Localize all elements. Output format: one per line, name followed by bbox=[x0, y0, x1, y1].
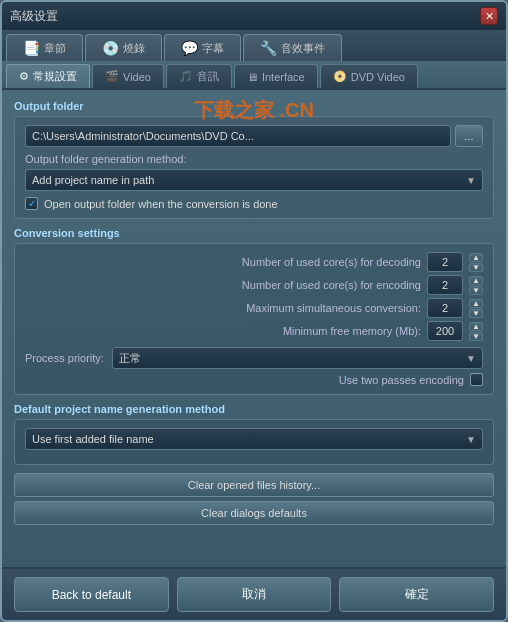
ok-button[interactable]: 確定 bbox=[339, 577, 494, 612]
video-icon: 🎬 bbox=[105, 70, 119, 83]
default-project-title: Default project name generation method bbox=[14, 403, 494, 415]
chapters-icon: 📑 bbox=[23, 40, 40, 56]
action-buttons: Clear opened files history... Clear dial… bbox=[14, 473, 494, 529]
subtab-video-label: Video bbox=[123, 71, 151, 83]
tab-chapters[interactable]: 📑 章節 bbox=[6, 34, 83, 61]
max-simultaneous-label: Maximum simultaneous conversion: bbox=[25, 302, 421, 314]
decode-cores-value[interactable]: 2 bbox=[427, 252, 463, 272]
clear-dialogs-button[interactable]: Clear dialogs defaults bbox=[14, 501, 494, 525]
conversion-box: Number of used core(s) for decoding 2 ▲ … bbox=[14, 243, 494, 395]
footer: Back to default 取消 確定 bbox=[2, 567, 506, 620]
decode-cores-up[interactable]: ▲ bbox=[469, 253, 483, 262]
tab-audio-effects[interactable]: 🔧 音效事件 bbox=[243, 34, 342, 61]
conversion-settings-section: Conversion settings Number of used core(… bbox=[14, 227, 494, 395]
path-input[interactable] bbox=[25, 125, 451, 147]
close-button[interactable]: ✕ bbox=[480, 7, 498, 25]
decode-cores-label: Number of used core(s) for decoding bbox=[25, 256, 421, 268]
conversion-title: Conversion settings bbox=[14, 227, 494, 239]
subtab-dvd-label: DVD Video bbox=[351, 71, 405, 83]
main-tab-bar: 📑 章節 💿 燒錄 💬 字幕 🔧 音效事件 bbox=[2, 30, 506, 61]
priority-value: 正常 bbox=[119, 351, 141, 366]
tab-burn-label: 燒錄 bbox=[123, 41, 145, 56]
min-memory-down[interactable]: ▼ bbox=[469, 332, 483, 341]
two-pass-checkbox[interactable] bbox=[470, 373, 483, 386]
priority-dropdown[interactable]: 正常 ▼ bbox=[112, 347, 483, 369]
subtab-general-label: 常規設置 bbox=[33, 69, 77, 84]
subtitles-icon: 💬 bbox=[181, 40, 198, 56]
max-simultaneous-down[interactable]: ▼ bbox=[469, 309, 483, 318]
max-simultaneous-up[interactable]: ▲ bbox=[469, 299, 483, 308]
generation-label: Output folder generation method: bbox=[25, 153, 483, 165]
clear-history-button[interactable]: Clear opened files history... bbox=[14, 473, 494, 497]
cancel-button[interactable]: 取消 bbox=[177, 577, 332, 612]
default-project-box: Use first added file name ▼ bbox=[14, 419, 494, 465]
subtab-general[interactable]: ⚙ 常規設置 bbox=[6, 64, 90, 88]
min-memory-label: Minimum free memory (Mb): bbox=[25, 325, 421, 337]
subtab-audio[interactable]: 🎵 音訊 bbox=[166, 64, 232, 88]
output-folder-box: ... Output folder generation method: Add… bbox=[14, 116, 494, 219]
dropdown-arrow-icon: ▼ bbox=[466, 175, 476, 186]
open-folder-label: Open output folder when the conversion i… bbox=[44, 198, 278, 210]
settings-grid: Number of used core(s) for decoding 2 ▲ … bbox=[25, 252, 483, 341]
default-project-section: Default project name generation method U… bbox=[14, 403, 494, 465]
tab-chapters-label: 章節 bbox=[44, 41, 66, 56]
priority-arrow-icon: ▼ bbox=[466, 353, 476, 364]
main-content: Output folder ... Output folder generati… bbox=[2, 90, 506, 567]
output-folder-title: Output folder bbox=[14, 100, 494, 112]
default-project-value: Use first added file name bbox=[32, 433, 154, 445]
subtab-interface[interactable]: 🖥 Interface bbox=[234, 64, 318, 88]
main-window: 高级设置 ✕ 📑 章節 💿 燒錄 💬 字幕 🔧 音效事件 ⚙ 常規設置 🎬 Vi… bbox=[0, 0, 508, 622]
subtab-dvd-video[interactable]: 📀 DVD Video bbox=[320, 64, 418, 88]
title-bar: 高级设置 ✕ bbox=[2, 2, 506, 30]
tab-subtitles-label: 字幕 bbox=[202, 41, 224, 56]
priority-label: Process priority: bbox=[25, 352, 104, 364]
subtab-interface-label: Interface bbox=[262, 71, 305, 83]
decode-cores-arrows: ▲ ▼ bbox=[469, 253, 483, 272]
encode-cores-up[interactable]: ▲ bbox=[469, 276, 483, 285]
open-folder-checkbox[interactable] bbox=[25, 197, 38, 210]
dvd-icon: 📀 bbox=[333, 70, 347, 83]
tab-audio-effects-label: 音效事件 bbox=[281, 41, 325, 56]
min-memory-up[interactable]: ▲ bbox=[469, 322, 483, 331]
encode-cores-value[interactable]: 2 bbox=[427, 275, 463, 295]
encode-cores-label: Number of used core(s) for encoding bbox=[25, 279, 421, 291]
subtab-video[interactable]: 🎬 Video bbox=[92, 64, 164, 88]
decode-cores-down[interactable]: ▼ bbox=[469, 263, 483, 272]
max-simultaneous-arrows: ▲ ▼ bbox=[469, 299, 483, 318]
tab-subtitles[interactable]: 💬 字幕 bbox=[164, 34, 241, 61]
burn-icon: 💿 bbox=[102, 40, 119, 56]
subtab-audio-label: 音訊 bbox=[197, 69, 219, 84]
default-project-dropdown[interactable]: Use first added file name ▼ bbox=[25, 428, 483, 450]
max-simultaneous-value[interactable]: 2 bbox=[427, 298, 463, 318]
window-title: 高级设置 bbox=[10, 8, 58, 25]
priority-row: Process priority: 正常 ▼ bbox=[25, 347, 483, 369]
min-memory-value[interactable]: 200 bbox=[427, 321, 463, 341]
general-icon: ⚙ bbox=[19, 70, 29, 83]
default-project-arrow-icon: ▼ bbox=[466, 434, 476, 445]
generation-value: Add project name in path bbox=[32, 174, 154, 186]
browse-button[interactable]: ... bbox=[455, 125, 483, 147]
back-to-default-button[interactable]: Back to default bbox=[14, 577, 169, 612]
interface-icon: 🖥 bbox=[247, 71, 258, 83]
generation-dropdown[interactable]: Add project name in path ▼ bbox=[25, 169, 483, 191]
output-folder-section: Output folder ... Output folder generati… bbox=[14, 100, 494, 219]
sub-tab-bar: ⚙ 常規設置 🎬 Video 🎵 音訊 🖥 Interface 📀 DVD Vi… bbox=[2, 61, 506, 90]
two-pass-label: Use two passes encoding bbox=[339, 374, 464, 386]
min-memory-arrows: ▲ ▼ bbox=[469, 322, 483, 341]
open-folder-checkbox-row: Open output folder when the conversion i… bbox=[25, 197, 483, 210]
audio-icon: 🎵 bbox=[179, 70, 193, 83]
encode-cores-down[interactable]: ▼ bbox=[469, 286, 483, 295]
encode-cores-arrows: ▲ ▼ bbox=[469, 276, 483, 295]
tab-burn[interactable]: 💿 燒錄 bbox=[85, 34, 162, 61]
audio-effects-icon: 🔧 bbox=[260, 40, 277, 56]
path-row: ... bbox=[25, 125, 483, 147]
two-pass-row: Use two passes encoding bbox=[25, 373, 483, 386]
